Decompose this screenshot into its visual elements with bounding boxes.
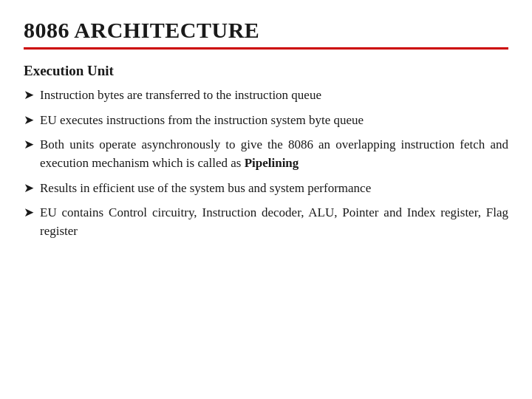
bullet-arrow-icon: ➤ [24,86,34,105]
page-title: 8086 ARCHITECTURE [24,18,508,43]
bullet-arrow-icon: ➤ [24,136,34,154]
bullet-text: EU executes instructions from the instru… [40,112,508,130]
bullet-arrow-icon: ➤ [24,180,34,198]
bullet-text-pipelining: Both units operate asynchronously to giv… [40,136,508,172]
page: 8086 ARCHITECTURE Execution Unit ➤ Instr… [0,0,532,399]
list-item: ➤ EU contains Control circuitry, Instruc… [24,204,508,240]
section-heading: Execution Unit [24,63,508,79]
bullet-text: EU contains Control circuitry, Instructi… [40,204,508,240]
bullet-list: ➤ Instruction bytes are transferred to t… [24,86,508,240]
bullet-arrow-icon: ➤ [24,112,34,130]
list-item: ➤ EU executes instructions from the inst… [24,112,508,130]
list-item: ➤ Results in efficient use of the system… [24,180,508,198]
list-item: ➤ Instruction bytes are transferred to t… [24,86,508,105]
red-divider [24,47,508,50]
list-item: ➤ Both units operate asynchronously to g… [24,136,508,172]
bullet-text: Results in efficient use of the system b… [40,180,508,198]
pipelining-bold: Pipelining [245,156,299,170]
bullet-text: Instruction bytes are transferred to the… [40,86,508,105]
bullet-arrow-icon: ➤ [24,204,34,222]
